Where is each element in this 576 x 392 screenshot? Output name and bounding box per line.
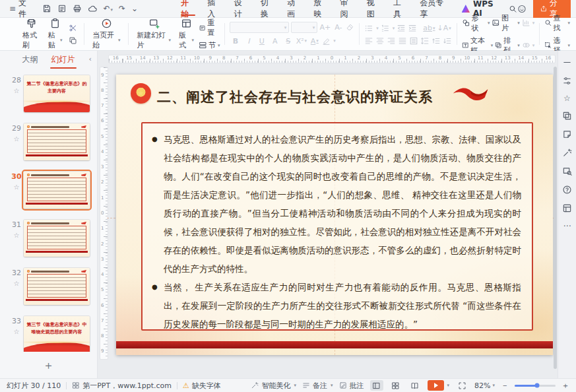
text-direction-button[interactable]: ↓A▾ <box>437 23 451 34</box>
comments-button[interactable]: 批注 <box>339 381 364 391</box>
zoom-slider[interactable] <box>515 385 556 387</box>
slideshow-button[interactable]: ▾ <box>428 380 450 391</box>
clear-format-icon[interactable] <box>346 23 354 32</box>
paragraph-spacing-icon[interactable] <box>432 36 441 46</box>
decrease-font-button[interactable]: A- <box>333 22 344 33</box>
smart-beautify-icon[interactable] <box>562 148 572 158</box>
slide-thumbnail-28[interactable]: 28☆第二节《德意志意识形态》的主要内容 <box>0 75 97 112</box>
export-icon[interactable] <box>57 4 67 13</box>
template-source[interactable]: 第一PPT，www.1ppt.com <box>72 381 172 391</box>
superscript-button[interactable]: X²▾ <box>296 36 307 46</box>
vertical-scrollbar[interactable] <box>554 67 557 369</box>
menu-tab-7[interactable]: 视图 <box>361 0 387 17</box>
increase-indent-icon[interactable] <box>408 24 417 33</box>
account-smile-icon[interactable] <box>517 4 527 14</box>
numbered-list-icon[interactable] <box>381 24 390 33</box>
menu-tab-8[interactable]: 工具 <box>387 0 414 17</box>
play-from-current-button[interactable]: 当页开始▾ <box>89 17 123 51</box>
align-center-icon[interactable] <box>375 36 385 46</box>
font-family-select[interactable]: ▾ <box>230 22 289 33</box>
redo-icon[interactable]: ↷ <box>119 5 125 13</box>
view-read-button[interactable] <box>408 380 422 391</box>
favorites-icon[interactable]: ☆ <box>563 94 571 102</box>
more-tools-icon[interactable]: ⋯ <box>563 222 571 230</box>
italic-button[interactable]: I <box>243 36 254 46</box>
format-painter-icon <box>26 18 37 29</box>
paste-button[interactable]: 粘贴▾ <box>45 17 66 51</box>
align-left-icon[interactable] <box>364 36 373 46</box>
slide-thumbnail-31[interactable]: 31☆ <box>0 220 97 257</box>
resource-library-icon[interactable] <box>562 129 572 139</box>
view-sorter-button[interactable] <box>389 380 402 391</box>
fullscreen-button[interactable] <box>455 380 468 391</box>
help-icon[interactable] <box>562 185 572 195</box>
zoom-in-button[interactable]: ＋ <box>561 381 569 389</box>
toolbar-options-icon[interactable]: ⌄ <box>131 5 138 13</box>
slide-canvas[interactable]: ★ 二、阐述了社会存在与社会意识的辩证关系 ● 马克思、恩格斯通过对人的社会意识… <box>116 75 553 355</box>
paste-icon <box>49 18 61 29</box>
paragraph-settings-icon[interactable] <box>443 36 452 46</box>
save-icon[interactable] <box>42 4 51 13</box>
increase-font-button[interactable]: A+ <box>319 22 331 33</box>
format-painter-button[interactable]: 格式刷 <box>19 17 44 51</box>
highlight-color-icon[interactable] <box>322 37 331 46</box>
chart-button[interactable]: ▾ <box>522 18 535 27</box>
undo-icon[interactable]: ↶▾ <box>103 5 113 13</box>
underline-button[interactable]: U <box>256 36 267 46</box>
new-slide-button[interactable]: 新建幻灯片▾ <box>133 17 174 51</box>
template-library-icon[interactable] <box>562 203 572 213</box>
align-right-icon[interactable] <box>387 36 396 46</box>
menu-tab-4[interactable]: 动画 <box>281 0 307 17</box>
bold-button[interactable]: B <box>230 36 241 46</box>
layout-button[interactable]: 版式▾ <box>176 17 197 51</box>
menu-tab-1[interactable]: 插入 <box>201 0 228 17</box>
font-size-select[interactable]: ▾ <box>291 22 317 33</box>
zoom-level[interactable]: 82%▾ <box>474 381 495 390</box>
section-button[interactable]: 节 ▾ <box>199 40 220 50</box>
slide-thumbnail-29[interactable]: 29☆ <box>0 123 97 160</box>
merge-shapes-button[interactable]: ▾ <box>522 41 535 49</box>
tab-outline[interactable]: 大纲 <box>21 51 40 68</box>
strikethrough-button[interactable]: S <box>282 36 294 46</box>
copy-icon[interactable] <box>69 36 77 45</box>
bullet-list-icon[interactable] <box>364 24 373 33</box>
slide-thumbnail-33[interactable]: 33☆第三节《德意志意识形态》中唯物史观思想的主要内容 <box>0 316 97 352</box>
zoom-out-button[interactable]: － <box>501 381 509 389</box>
add-slide-button[interactable]: ＋ <box>0 358 97 373</box>
image-library-icon[interactable] <box>562 166 572 176</box>
print-icon[interactable] <box>73 4 82 13</box>
char-spacing-button[interactable]: A <box>269 36 280 46</box>
find-button[interactable]: 查找▾ <box>544 13 570 33</box>
line-spacing-icon[interactable] <box>420 36 430 46</box>
view-normal-button[interactable] <box>370 380 383 391</box>
notes-button[interactable]: 备注▾ <box>302 381 333 391</box>
align-justify-icon[interactable] <box>398 36 407 46</box>
slide-title[interactable]: 二、阐述了社会存在与社会意识的辩证关系 <box>157 88 433 106</box>
collapse-panel-icon[interactable]: ‹ <box>89 55 92 63</box>
menu-tab-6[interactable]: 审阅 <box>335 0 361 17</box>
menu-tab-3[interactable]: 切换 <box>255 0 281 17</box>
tab-slides[interactable]: 幻灯片 <box>50 51 77 68</box>
menu-tab-5[interactable]: 放映 <box>307 0 334 17</box>
decrease-indent-icon[interactable] <box>397 24 406 33</box>
shapes-button[interactable]: 形状▾ <box>462 13 490 33</box>
shapes-panel-icon[interactable] <box>562 111 572 121</box>
picture-button[interactable]: 图片▾ <box>492 13 519 33</box>
slide-thumbnail-32[interactable]: 32☆ <box>0 268 97 305</box>
font-color-button[interactable]: A▾ <box>309 36 320 46</box>
search-icon[interactable] <box>509 5 517 13</box>
phonetic-guide-button[interactable]: ab▾ <box>423 23 435 34</box>
menu-tab-9[interactable]: 会员专享 <box>414 0 455 17</box>
object-properties-icon[interactable] <box>562 76 572 86</box>
menu-tab-0[interactable]: 开始 <box>175 0 201 17</box>
cut-icon[interactable] <box>69 24 77 32</box>
menu-tab-2[interactable]: 设计 <box>228 0 255 17</box>
collapse-line-icon[interactable] <box>562 57 572 67</box>
reset-slide-button[interactable]: 重置 <box>199 18 220 38</box>
distribute-text-icon[interactable] <box>409 36 418 46</box>
cloud-sync-icon[interactable] <box>88 4 97 13</box>
slide-text-frame[interactable]: ● 马克思、恩格斯通过对人的社会意识产生的历史考察后指出，思想、宗教、法律、国家… <box>141 122 533 331</box>
missing-font-warning[interactable]: ⚠ 缺失字体 <box>183 381 221 391</box>
slide-thumbnail-30[interactable]: 30☆ <box>0 172 97 209</box>
beautify-button[interactable]: 智能美化▾ <box>251 381 296 391</box>
